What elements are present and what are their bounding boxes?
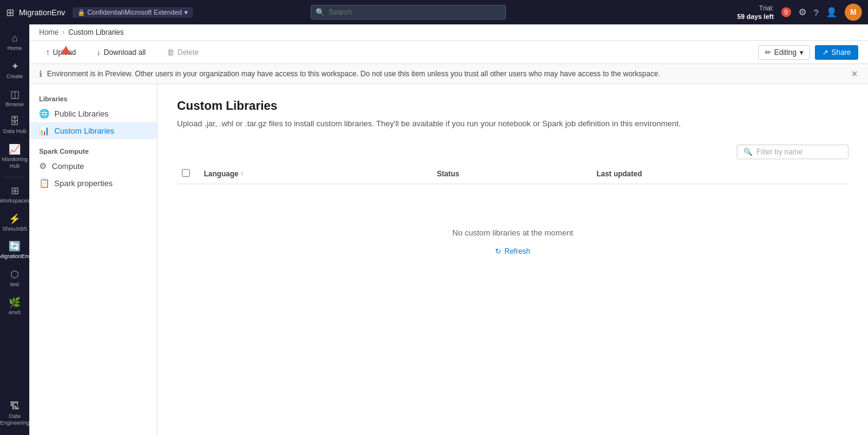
table-row: No custom libraries at the moment ↻ Refr… <box>177 184 848 302</box>
breadcrumb-home[interactable]: Home <box>39 28 59 37</box>
sidebar-item-compute[interactable]: ⚙ Compute <box>29 157 157 174</box>
avatar[interactable]: M <box>845 4 862 21</box>
trial-info: Trial: 59 days left <box>737 4 774 21</box>
nav-item-test[interactable]: ⬡ test <box>1 265 28 292</box>
nav-item-monitoring[interactable]: 📈 Monitoring Hub <box>1 140 28 173</box>
monitoring-icon: 📈 <box>9 143 21 155</box>
topbar: ⊞ MigrationEnv 🔒 Confidential\Microsoft … <box>0 0 868 24</box>
search-icon: 🔍 <box>316 8 325 16</box>
nav-item-datahub[interactable]: 🗄 Data Hub <box>1 112 28 138</box>
trial-label: Trial: <box>737 4 774 12</box>
filter-by-name-input[interactable] <box>756 148 842 156</box>
shoujob-icon: ⚡ <box>9 213 21 225</box>
col-check <box>177 164 197 184</box>
table-header-row: Language ↑ Status Last updated <box>177 164 848 184</box>
sidebar-item-spark-properties[interactable]: 📋 Spark properties <box>29 174 157 192</box>
breadcrumb-current: Custom Libraries <box>68 28 124 37</box>
download-all-button[interactable]: ↓ Download all <box>90 45 153 60</box>
share-icon: ↗ <box>822 48 828 57</box>
migrationenv-icon: 🔄 <box>9 240 21 252</box>
col-last-updated-header: Last updated <box>589 164 848 184</box>
download-icon: ↓ <box>97 48 101 57</box>
compute-icon: ⚙ <box>39 161 47 171</box>
side-panel: Libraries 🌐 Public Libraries 📊 Custom Li… <box>29 84 157 435</box>
libraries-table: Language ↑ Status Last updated <box>177 164 848 302</box>
help-icon[interactable]: ? <box>814 7 819 18</box>
main-content: Custom Libraries Upload .jar, .whl or .t… <box>157 84 868 435</box>
page-title: Custom Libraries <box>177 99 848 113</box>
refresh-icon: ↻ <box>495 247 501 256</box>
filter-bar: 🔍 <box>177 145 848 159</box>
notification-banner: ℹ Environment is in Preview. Other users… <box>29 64 868 84</box>
toolbar: ↑ Upload ↓ Download all 🗑 Delete ✏ Editi… <box>29 41 868 64</box>
data-engineering-icon: 🏗 <box>10 401 20 412</box>
nav-item-home[interactable]: ⌂ Home <box>1 29 28 56</box>
editing-button[interactable]: ✏ Editing ▾ <box>758 45 810 60</box>
person-icon[interactable]: 👤 <box>826 7 837 18</box>
notification-badge[interactable]: 9 <box>781 7 791 17</box>
trash-icon: 🗑 <box>167 48 175 57</box>
filter-input-container: 🔍 <box>737 145 848 159</box>
test-icon: ⬡ <box>10 268 19 280</box>
upload-button[interactable]: ↑ Upload <box>39 45 83 60</box>
nav-item-shoujob[interactable]: ⚡ ShouJob5 <box>1 209 28 236</box>
nav-item-browse[interactable]: ◫ Browse <box>1 85 28 112</box>
search-input[interactable] <box>311 5 506 20</box>
env0-icon: 🌿 <box>9 297 21 308</box>
empty-state-message: No custom libraries at the moment <box>452 228 573 237</box>
nav-item-data-engineering[interactable]: 🏗 Data Engineering <box>1 397 28 430</box>
nav-item-migrationenv[interactable]: 🔄 MigrationEnv <box>1 237 28 264</box>
close-icon[interactable]: ✕ <box>851 69 858 79</box>
left-nav: ⌂ Home ✦ Create ◫ Browse 🗄 Data Hub 📈 Mo… <box>0 24 29 435</box>
env-badge-text: Confidential\Microsoft Extended <box>87 9 182 16</box>
trial-days: 59 days left <box>737 13 774 20</box>
col-language-header: Language ↑ <box>197 164 430 184</box>
nav-item-workspaces[interactable]: ⊞ Workspaces <box>1 181 28 208</box>
sidebar-item-custom-libraries[interactable]: 📊 Custom Libraries <box>29 122 157 139</box>
compute-label: Compute <box>52 162 84 171</box>
empty-state: No custom libraries at the moment ↻ Refr… <box>184 192 841 295</box>
select-all-checkbox[interactable] <box>182 169 190 177</box>
browse-icon: ◫ <box>10 88 20 100</box>
panel-layout: Libraries 🌐 Public Libraries 📊 Custom Li… <box>29 84 868 435</box>
lock-icon: 🔒 <box>78 9 85 16</box>
content-area: Home › Custom Libraries ↑ Upload ↓ Downl… <box>29 24 868 435</box>
editing-chevron-icon: ▾ <box>800 48 803 57</box>
create-icon: ✦ <box>11 60 19 72</box>
workspaces-icon: ⊞ <box>11 185 19 196</box>
breadcrumb-separator: › <box>62 28 65 37</box>
spark-properties-icon: 📋 <box>39 178 49 188</box>
main-layout: ⌂ Home ✦ Create ◫ Browse 🗄 Data Hub 📈 Mo… <box>0 24 868 435</box>
public-libraries-label: Public Libraries <box>54 109 109 118</box>
nav-item-create[interactable]: ✦ Create <box>1 57 28 84</box>
upload-icon: ↑ <box>46 48 50 57</box>
search-bar: 🔍 <box>311 5 506 20</box>
chevron-down-icon: ▾ <box>184 9 188 16</box>
filter-search-icon: 🔍 <box>743 148 753 156</box>
col-status-header: Status <box>430 164 589 184</box>
info-icon: ℹ <box>39 69 42 79</box>
settings-icon[interactable]: ⚙ <box>798 7 806 18</box>
datahub-icon: 🗄 <box>10 116 20 127</box>
sidebar-item-public-libraries[interactable]: 🌐 Public Libraries <box>29 105 157 122</box>
public-libraries-icon: 🌐 <box>39 109 49 118</box>
custom-libraries-icon: 📊 <box>39 126 49 135</box>
libraries-header: Libraries <box>29 92 157 105</box>
share-button[interactable]: ↗ Share <box>815 45 858 60</box>
nav-item-env0[interactable]: 🌿 env0 <box>1 293 28 320</box>
page-description: Upload .jar, .whl or .tar.gz files to in… <box>177 118 848 130</box>
app-name: MigrationEnv <box>19 8 65 17</box>
spark-properties-label: Spark properties <box>54 179 112 188</box>
breadcrumb: Home › Custom Libraries <box>29 24 868 41</box>
refresh-button[interactable]: ↻ Refresh <box>490 245 535 258</box>
toolbar-right: ✏ Editing ▾ ↗ Share <box>758 45 858 60</box>
pencil-icon: ✏ <box>765 48 771 57</box>
env-badge[interactable]: 🔒 Confidential\Microsoft Extended ▾ <box>73 7 193 18</box>
grid-icon[interactable]: ⊞ <box>6 7 14 18</box>
topbar-right: Trial: 59 days left 9 ⚙ ? 👤 M <box>737 4 862 21</box>
custom-libraries-label: Custom Libraries <box>54 126 114 135</box>
home-icon: ⌂ <box>12 33 18 44</box>
delete-button[interactable]: 🗑 Delete <box>160 45 206 60</box>
notification-message: Environment is in Preview. Other users i… <box>47 70 660 78</box>
sort-icon: ↑ <box>241 170 244 177</box>
